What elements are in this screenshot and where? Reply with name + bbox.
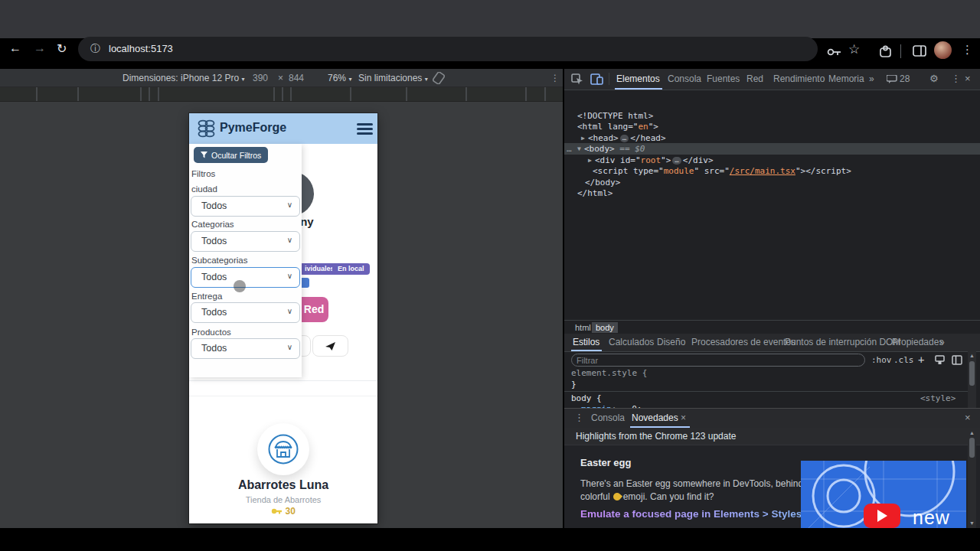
youtube-play-button[interactable] bbox=[864, 504, 900, 528]
dom-tree-line[interactable]: </html> bbox=[577, 188, 612, 199]
address-bar[interactable]: ⓘ localhost:5173 bbox=[78, 37, 818, 61]
dom-tree-line[interactable]: <!DOCTYPE html> bbox=[577, 111, 653, 122]
dom-tree-line[interactable]: <div id="root">…</div> bbox=[595, 155, 714, 166]
class-toggle-button[interactable]: .cls bbox=[893, 355, 914, 365]
tab-event-listeners[interactable]: Procesadores de eventos bbox=[691, 337, 795, 347]
drawer-tab-close-icon[interactable]: × bbox=[681, 412, 686, 423]
egg-emoji-icon bbox=[612, 491, 622, 502]
dom-tree-line[interactable]: <head>…</head> bbox=[588, 133, 666, 144]
chevron-down-icon: ∨ bbox=[287, 343, 292, 351]
reload-button[interactable]: ↻ bbox=[57, 41, 67, 56]
password-key-icon[interactable] bbox=[827, 47, 842, 57]
rendering-brush-icon[interactable] bbox=[935, 355, 946, 365]
scroll-down-icon[interactable]: ▼ bbox=[969, 520, 975, 526]
products-select[interactable]: Todos ∨ bbox=[191, 338, 300, 359]
more-tabs-icon[interactable]: » bbox=[869, 73, 874, 84]
computed-sidebar-icon[interactable] bbox=[952, 355, 962, 365]
tab-console[interactable]: Consola bbox=[668, 73, 701, 84]
tab-network[interactable]: Red bbox=[746, 73, 763, 84]
dom-tree-line[interactable]: </body> bbox=[585, 178, 620, 188]
dom-expand-arrow-icon[interactable]: ▶ bbox=[581, 133, 585, 144]
element-style-rule[interactable]: element.style { bbox=[571, 368, 647, 379]
tab-layout[interactable]: Diseño bbox=[657, 337, 685, 347]
collapsed-children-icon[interactable]: … bbox=[620, 135, 629, 142]
tab-styles[interactable]: Estilos bbox=[573, 337, 599, 347]
forward-button[interactable]: → bbox=[34, 41, 46, 55]
rotate-device-icon[interactable] bbox=[433, 72, 445, 84]
inspect-element-icon[interactable] bbox=[571, 73, 583, 85]
issues-icon[interactable] bbox=[887, 75, 897, 83]
tab-memory[interactable]: Memoria bbox=[828, 73, 864, 84]
dom-tree-line[interactable]: <body> == $0 bbox=[584, 144, 645, 155]
dom-tree-line[interactable]: <script type="module" src="/src/main.tsx… bbox=[593, 166, 851, 177]
delivery-select[interactable]: Todos ∨ bbox=[191, 302, 300, 323]
site-info-icon[interactable]: ⓘ bbox=[90, 42, 100, 56]
devtools-close-icon[interactable]: × bbox=[965, 73, 971, 84]
hamburger-menu-icon[interactable] bbox=[357, 123, 373, 135]
store-avatar bbox=[257, 423, 309, 475]
tab-dom-breakpoints[interactable]: Puntos de interrupción DOM bbox=[785, 337, 900, 347]
scroll-up-icon[interactable]: ▲ bbox=[969, 430, 975, 435]
scroll-up-icon[interactable]: ▲ bbox=[969, 353, 975, 358]
store-badge: En local bbox=[332, 263, 370, 275]
dom-expand-arrow-icon[interactable]: ▶ bbox=[588, 155, 592, 166]
red-action-button[interactable]: Red bbox=[299, 297, 328, 322]
news-link[interactable]: Emulate a focused page in Elements > Sty… bbox=[580, 508, 802, 520]
tab-elements[interactable]: Elementos bbox=[616, 73, 660, 84]
dom-tree[interactable]: <!DOCTYPE html><html lang="en">▶<head>…<… bbox=[564, 90, 980, 320]
drawer-tab-whats-new[interactable]: Novedades bbox=[632, 412, 678, 423]
element-style-close: } bbox=[571, 380, 577, 390]
browser-menu-kebab-icon[interactable]: ⋮ bbox=[962, 43, 973, 57]
hover-state-button[interactable]: :hov bbox=[871, 355, 892, 365]
styles-filter-input[interactable] bbox=[571, 354, 865, 367]
dom-tree-line[interactable]: <html lang="en"> bbox=[577, 122, 658, 132]
tab-performance[interactable]: Rendimiento bbox=[773, 73, 825, 84]
more-tabs-icon[interactable]: » bbox=[939, 337, 945, 347]
drawer-close-icon[interactable]: × bbox=[965, 412, 971, 423]
touch-cursor bbox=[234, 280, 246, 292]
chevron-down-icon: ∨ bbox=[287, 307, 292, 315]
breadcrumb-body[interactable]: body bbox=[592, 322, 618, 333]
video-thumbnail[interactable]: new bbox=[801, 461, 966, 528]
bookmark-star-icon[interactable]: ☆ bbox=[848, 41, 860, 57]
device-width-field[interactable]: 390 bbox=[253, 73, 268, 83]
dom-expand-arrow-icon[interactable]: ▼ bbox=[577, 144, 581, 155]
toggle-device-toolbar-icon[interactable] bbox=[590, 73, 603, 85]
back-button[interactable]: ← bbox=[9, 41, 21, 55]
drawer-tab-console[interactable]: Consola bbox=[591, 412, 625, 423]
collapsed-children-icon[interactable]: … bbox=[672, 157, 681, 165]
city-select[interactable]: Todos ∨ bbox=[191, 196, 300, 217]
tab-properties[interactable]: Propiedades bbox=[892, 337, 943, 347]
store-name: Abarrotes Luna bbox=[189, 478, 377, 492]
caret-icon: ▾ bbox=[425, 76, 428, 83]
styles-scrollbar[interactable]: ▲ bbox=[968, 351, 976, 408]
scrollbar-thumb[interactable] bbox=[969, 361, 975, 386]
dom-gutter-ellipsis[interactable]: … bbox=[567, 144, 572, 155]
tab-computed[interactable]: Calculados bbox=[609, 337, 654, 347]
device-dimensions-select[interactable]: Dimensiones: iPhone 12 Pro ▾ bbox=[122, 73, 244, 83]
tab-sources[interactable]: Fuentes bbox=[707, 73, 740, 84]
device-emulation-pane: Dimensiones: iPhone 12 Pro ▾ 390 × 844 7… bbox=[0, 69, 563, 528]
device-toolbar-kebab-icon[interactable]: ⋮ bbox=[550, 73, 560, 83]
body-rule-selector[interactable]: body { bbox=[571, 393, 602, 404]
dom-token: <div id=" bbox=[595, 155, 641, 165]
device-height-field[interactable]: 844 bbox=[289, 73, 304, 83]
scrollbar-thumb[interactable] bbox=[969, 438, 975, 458]
devtools-menu-kebab-icon[interactable]: ⋮ bbox=[951, 73, 961, 84]
devtools-settings-gear-icon[interactable]: ⚙ bbox=[929, 73, 939, 84]
profile-avatar[interactable] bbox=[934, 41, 952, 59]
extensions-icon[interactable] bbox=[879, 44, 893, 58]
new-style-rule-plus-icon[interactable]: + bbox=[918, 354, 924, 366]
categories-select[interactable]: Todos ∨ bbox=[191, 231, 300, 252]
drawer-menu-kebab-icon[interactable]: ⋮ bbox=[574, 412, 584, 423]
card-divider bbox=[189, 380, 377, 381]
dom-token: <script type=" bbox=[593, 166, 664, 176]
device-throttling-select[interactable]: Sin limitaciones ▾ bbox=[358, 73, 428, 83]
hide-filters-button[interactable]: Ocultar Filtros bbox=[194, 147, 268, 163]
side-panel-icon[interactable] bbox=[913, 44, 926, 58]
store-card[interactable]: Abarrotes Luna Tienda de Abarrotes 30 bbox=[189, 396, 377, 523]
style-source-link[interactable]: <style> bbox=[920, 393, 956, 404]
drawer-scrollbar[interactable]: ▲ ▼ bbox=[968, 429, 976, 528]
device-zoom-select[interactable]: 76% ▾ bbox=[328, 73, 351, 83]
share-button[interactable] bbox=[312, 335, 348, 357]
